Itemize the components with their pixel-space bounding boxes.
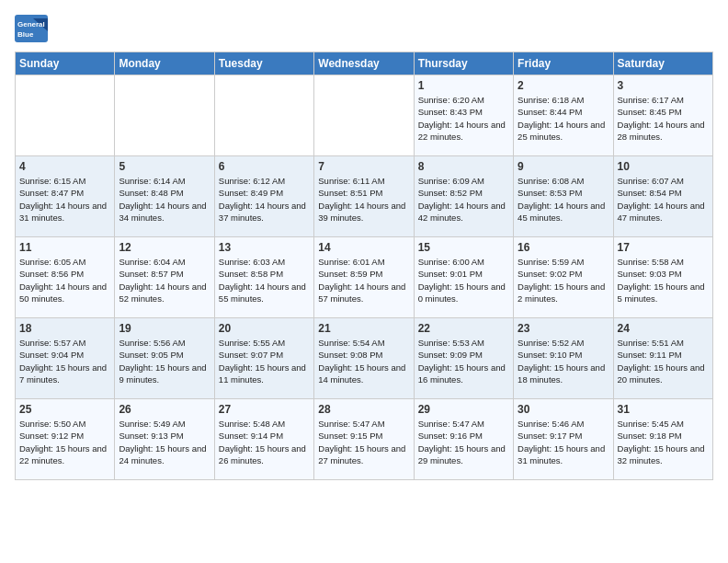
calendar-cell: 11 Sunrise: 6:05 AMSunset: 8:56 PMDaylig…: [16, 237, 115, 318]
day-number: 8: [418, 160, 509, 173]
week-row-4: 18 Sunrise: 5:57 AMSunset: 9:04 PMDaylig…: [16, 318, 713, 399]
svg-text:General: General: [17, 20, 45, 29]
calendar-cell: 8 Sunrise: 6:09 AMSunset: 8:52 PMDayligh…: [414, 156, 513, 237]
day-number: 17: [618, 241, 709, 254]
day-number: 24: [618, 322, 709, 335]
day-number: 4: [19, 160, 110, 173]
day-number: 23: [518, 322, 609, 335]
calendar-cell: 20 Sunrise: 5:55 AMSunset: 9:07 PMDaylig…: [214, 318, 313, 399]
calendar-cell: 21 Sunrise: 5:54 AMSunset: 9:08 PMDaylig…: [314, 318, 414, 399]
calendar-cell: 10 Sunrise: 6:07 AMSunset: 8:54 PMDaylig…: [613, 156, 712, 237]
page-header: General Blue: [15, 15, 713, 42]
day-info: Sunrise: 5:46 AMSunset: 9:17 PMDaylight:…: [518, 418, 609, 466]
weekday-header-sunday: Sunday: [16, 52, 115, 75]
calendar-cell: 31 Sunrise: 5:45 AMSunset: 9:18 PMDaylig…: [613, 399, 712, 480]
day-info: Sunrise: 5:48 AMSunset: 9:14 PMDaylight:…: [219, 418, 310, 466]
week-row-1: 1 Sunrise: 6:20 AMSunset: 8:43 PMDayligh…: [16, 75, 713, 156]
calendar-cell: 29 Sunrise: 5:47 AMSunset: 9:16 PMDaylig…: [414, 399, 513, 480]
calendar-cell: 17 Sunrise: 5:58 AMSunset: 9:03 PMDaylig…: [613, 237, 712, 318]
svg-text:Blue: Blue: [17, 30, 34, 39]
weekday-header-monday: Monday: [115, 52, 214, 75]
day-number: 22: [418, 322, 509, 335]
weekday-header-row: SundayMondayTuesdayWednesdayThursdayFrid…: [16, 52, 713, 75]
logo-icon: General Blue: [15, 15, 48, 42]
calendar-cell: 5 Sunrise: 6:14 AMSunset: 8:48 PMDayligh…: [115, 156, 214, 237]
calendar-cell: 6 Sunrise: 6:12 AMSunset: 8:49 PMDayligh…: [214, 156, 313, 237]
day-info: Sunrise: 5:58 AMSunset: 9:03 PMDaylight:…: [618, 256, 709, 304]
weekday-header-thursday: Thursday: [414, 52, 513, 75]
day-number: 28: [318, 403, 409, 416]
day-number: 19: [119, 322, 210, 335]
day-info: Sunrise: 5:54 AMSunset: 9:08 PMDaylight:…: [318, 337, 409, 385]
weekday-header-friday: Friday: [514, 52, 613, 75]
calendar-cell: 30 Sunrise: 5:46 AMSunset: 9:17 PMDaylig…: [514, 399, 613, 480]
calendar-cell: 22 Sunrise: 5:53 AMSunset: 9:09 PMDaylig…: [414, 318, 513, 399]
calendar-table: SundayMondayTuesdayWednesdayThursdayFrid…: [15, 52, 713, 480]
week-row-5: 25 Sunrise: 5:50 AMSunset: 9:12 PMDaylig…: [16, 399, 713, 480]
day-info: Sunrise: 6:15 AMSunset: 8:47 PMDaylight:…: [19, 175, 110, 224]
day-number: 27: [219, 403, 310, 416]
calendar-cell: 13 Sunrise: 6:03 AMSunset: 8:58 PMDaylig…: [214, 237, 313, 318]
day-info: Sunrise: 5:52 AMSunset: 9:10 PMDaylight:…: [518, 337, 609, 385]
weekday-header-saturday: Saturday: [613, 52, 712, 75]
calendar-cell: 18 Sunrise: 5:57 AMSunset: 9:04 PMDaylig…: [16, 318, 115, 399]
day-number: 13: [219, 241, 310, 254]
day-info: Sunrise: 5:49 AMSunset: 9:13 PMDaylight:…: [119, 418, 210, 466]
day-number: 9: [518, 160, 609, 173]
day-info: Sunrise: 5:50 AMSunset: 9:12 PMDaylight:…: [19, 418, 110, 466]
day-number: 31: [618, 403, 709, 416]
day-info: Sunrise: 6:05 AMSunset: 8:56 PMDaylight:…: [19, 256, 110, 304]
day-number: 11: [19, 241, 110, 254]
weekday-header-wednesday: Wednesday: [314, 52, 414, 75]
day-info: Sunrise: 6:04 AMSunset: 8:57 PMDaylight:…: [119, 256, 210, 304]
calendar-cell: 7 Sunrise: 6:11 AMSunset: 8:51 PMDayligh…: [314, 156, 414, 237]
calendar-cell: 12 Sunrise: 6:04 AMSunset: 8:57 PMDaylig…: [115, 237, 214, 318]
day-info: Sunrise: 6:08 AMSunset: 8:53 PMDaylight:…: [518, 175, 609, 224]
week-row-2: 4 Sunrise: 6:15 AMSunset: 8:47 PMDayligh…: [16, 156, 713, 237]
day-info: Sunrise: 6:11 AMSunset: 8:51 PMDaylight:…: [318, 175, 409, 224]
day-info: Sunrise: 5:51 AMSunset: 9:11 PMDaylight:…: [618, 337, 709, 385]
day-number: 7: [318, 160, 409, 173]
calendar-cell: 9 Sunrise: 6:08 AMSunset: 8:53 PMDayligh…: [514, 156, 613, 237]
day-number: 14: [318, 241, 409, 254]
day-info: Sunrise: 6:20 AMSunset: 8:43 PMDaylight:…: [418, 94, 509, 143]
calendar-cell: 3 Sunrise: 6:17 AMSunset: 8:45 PMDayligh…: [613, 75, 712, 156]
calendar-cell: [314, 75, 414, 156]
calendar-cell: 15 Sunrise: 6:00 AMSunset: 9:01 PMDaylig…: [414, 237, 513, 318]
day-info: Sunrise: 6:12 AMSunset: 8:49 PMDaylight:…: [219, 175, 310, 224]
calendar-cell: [16, 75, 115, 156]
day-number: 15: [418, 241, 509, 254]
day-number: 6: [219, 160, 310, 173]
calendar-cell: 16 Sunrise: 5:59 AMSunset: 9:02 PMDaylig…: [514, 237, 613, 318]
calendar-cell: 27 Sunrise: 5:48 AMSunset: 9:14 PMDaylig…: [214, 399, 313, 480]
day-info: Sunrise: 5:57 AMSunset: 9:04 PMDaylight:…: [19, 337, 110, 385]
weekday-header-tuesday: Tuesday: [214, 52, 313, 75]
day-number: 16: [518, 241, 609, 254]
week-row-3: 11 Sunrise: 6:05 AMSunset: 8:56 PMDaylig…: [16, 237, 713, 318]
day-number: 2: [518, 79, 609, 92]
day-number: 30: [518, 403, 609, 416]
day-info: Sunrise: 6:07 AMSunset: 8:54 PMDaylight:…: [618, 175, 709, 224]
day-number: 3: [618, 79, 709, 92]
day-info: Sunrise: 5:53 AMSunset: 9:09 PMDaylight:…: [418, 337, 509, 385]
day-info: Sunrise: 6:18 AMSunset: 8:44 PMDaylight:…: [518, 94, 609, 143]
calendar-cell: 28 Sunrise: 5:47 AMSunset: 9:15 PMDaylig…: [314, 399, 414, 480]
calendar-cell: 14 Sunrise: 6:01 AMSunset: 8:59 PMDaylig…: [314, 237, 414, 318]
day-number: 5: [119, 160, 210, 173]
day-info: Sunrise: 5:55 AMSunset: 9:07 PMDaylight:…: [219, 337, 310, 385]
calendar-cell: 4 Sunrise: 6:15 AMSunset: 8:47 PMDayligh…: [16, 156, 115, 237]
day-info: Sunrise: 5:45 AMSunset: 9:18 PMDaylight:…: [618, 418, 709, 466]
day-number: 10: [618, 160, 709, 173]
day-info: Sunrise: 6:00 AMSunset: 9:01 PMDaylight:…: [418, 256, 509, 304]
calendar-cell: 24 Sunrise: 5:51 AMSunset: 9:11 PMDaylig…: [613, 318, 712, 399]
day-number: 29: [418, 403, 509, 416]
day-info: Sunrise: 6:17 AMSunset: 8:45 PMDaylight:…: [618, 94, 709, 143]
day-info: Sunrise: 5:47 AMSunset: 9:15 PMDaylight:…: [318, 418, 409, 466]
day-number: 18: [19, 322, 110, 335]
calendar-cell: 23 Sunrise: 5:52 AMSunset: 9:10 PMDaylig…: [514, 318, 613, 399]
calendar-cell: 25 Sunrise: 5:50 AMSunset: 9:12 PMDaylig…: [16, 399, 115, 480]
calendar-cell: 2 Sunrise: 6:18 AMSunset: 8:44 PMDayligh…: [514, 75, 613, 156]
day-info: Sunrise: 6:01 AMSunset: 8:59 PMDaylight:…: [318, 256, 409, 304]
day-info: Sunrise: 5:59 AMSunset: 9:02 PMDaylight:…: [518, 256, 609, 304]
day-number: 1: [418, 79, 509, 92]
